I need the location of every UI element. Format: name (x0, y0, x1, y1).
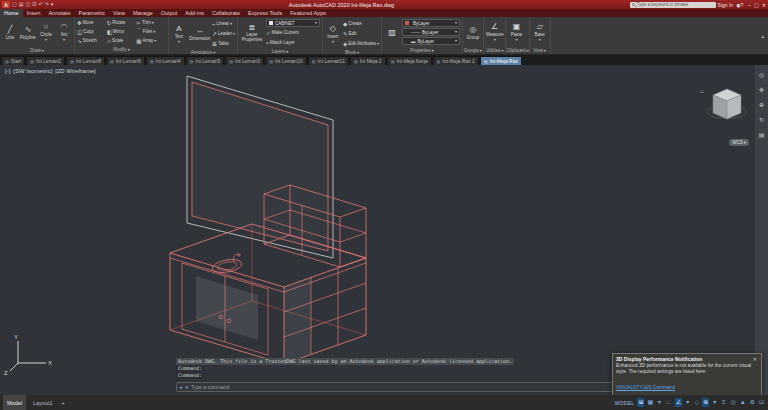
model-tab[interactable]: Model (3, 395, 26, 410)
layer-properties-button[interactable]: ≣ Layer Properties (240, 18, 264, 48)
match-layer-button[interactable]: ≈ Match Layer (266, 38, 320, 47)
viewcube[interactable] (707, 89, 747, 119)
ortho-icon[interactable]: ∟ (665, 398, 673, 407)
polar-tracking-icon[interactable]: ∠ (675, 398, 682, 407)
help-icon[interactable]: ? (741, 2, 744, 8)
file-tab[interactable]: ▤ Int-Meja Kerja (387, 56, 432, 65)
table-button[interactable]: ⊞ Table ▾ (212, 39, 235, 48)
paste-button[interactable]: ▣ Paste ▾ (508, 18, 524, 46)
wireframe-drawing[interactable]: ⌂ (0, 65, 754, 395)
text-button[interactable]: A Text ▾ (171, 18, 187, 49)
dimension-button[interactable]: ↔ Dimension ▾ (189, 18, 210, 49)
group-button[interactable]: ◎ Group ▾ (465, 18, 481, 46)
ribbon-tab[interactable]: Annotate (44, 9, 74, 17)
zoom-icon[interactable]: ⊕ (759, 101, 764, 108)
back-panel[interactable] (187, 76, 333, 258)
orbit-icon[interactable]: ↻ (759, 116, 764, 123)
save-icon[interactable]: ◫ (25, 0, 30, 9)
viewport-control[interactable]: [-] (5, 68, 10, 74)
ribbon-tab[interactable]: Featured Apps (286, 9, 330, 17)
visualstyles-link[interactable]: VISUALSTYLES Command (616, 385, 675, 390)
grid-icon[interactable]: ⊞ (637, 398, 644, 407)
create-block-button[interactable]: ◆ Create ▾ (343, 19, 379, 28)
move-button[interactable]: ✥ Move ▾ (77, 18, 107, 27)
osnap-icon[interactable]: ⊕ (702, 398, 709, 407)
panel-label[interactable]: View ▾ (530, 47, 550, 54)
file-tab[interactable]: ▤ Int Lemari9 (106, 56, 145, 65)
linetype-select[interactable]: —— ByLayer ▾ (402, 28, 460, 36)
ribbon-tab[interactable]: Add-ins (181, 9, 208, 17)
new-layout-button[interactable]: + (60, 400, 67, 406)
ribbon-tab[interactable]: Collaborate (208, 9, 244, 17)
rotate-button[interactable]: ↻ Rotate ▾ (107, 18, 137, 27)
viewport-control[interactable]: [SW Isometric] (13, 68, 52, 74)
annotation-scale-icon[interactable]: ▲ (739, 398, 747, 407)
ribbon-tab[interactable]: Output (157, 9, 182, 17)
circle-button[interactable]: ○ Circle ▾ (38, 18, 54, 46)
ribbon-collapse-button[interactable]: ▴ (757, 33, 768, 39)
leader-button[interactable]: ↗ Leader ▾ (212, 29, 235, 38)
edit-attributes-button[interactable]: ◈ Edit Attributes ▾ (343, 39, 379, 48)
array-button[interactable]: ▦ Array ▾ (136, 36, 166, 45)
draw-panel-label[interactable]: Draw ▾ (0, 47, 74, 54)
clean-screen-icon[interactable]: ⊡ (758, 398, 765, 407)
qat-menu-icon[interactable]: ▾ (51, 0, 54, 9)
object-color-select[interactable]: ByLayer ▾ (402, 19, 460, 27)
lineweight-select[interactable]: ▬ ByLayer ▾ (402, 37, 460, 45)
navigation-wheel-icon[interactable]: ◎ (759, 71, 764, 78)
new-file-icon[interactable]: ▢ (12, 0, 17, 9)
ribbon-tab[interactable]: Insert (23, 9, 45, 17)
file-tab[interactable]: ▤ Int-Meja Rax (480, 56, 522, 65)
plot-icon[interactable]: ⊡ (32, 0, 36, 9)
measure-button[interactable]: ∠ Measure ▾ (486, 18, 504, 46)
base-view-button[interactable]: ▱ Base ▾ (532, 18, 548, 46)
stretch-button[interactable]: ↘ Stretch ▾ (77, 36, 107, 45)
file-tab[interactable]: ▤ Int-Meja Rax 2 (433, 56, 479, 65)
layout1-tab[interactable]: Layout1 (29, 395, 57, 410)
minimize-button[interactable]: – (748, 2, 751, 8)
file-tab[interactable]: ▤ Int Meja 2 (350, 56, 386, 65)
properties-panel-label[interactable]: Properties ▾ (382, 47, 462, 54)
panel-label[interactable]: Clipboard ▾ (506, 47, 528, 54)
file-tab[interactable]: ▤ Int Lemari11 (308, 56, 349, 65)
chevron-down-icon[interactable]: ▾ (186, 384, 189, 390)
file-tab[interactable]: ▤ Int Lemari2 (26, 56, 65, 65)
layers-panel-label[interactable]: Layers ▾ (238, 49, 322, 54)
wcs-dropdown[interactable]: WCS ▾ (729, 139, 749, 146)
insert-button[interactable]: ◇ Insert ▾ (325, 18, 341, 49)
file-tab[interactable]: ▤ Int Lemari3 (225, 56, 264, 65)
viewcube-home-icon[interactable]: ⌂ (700, 88, 704, 94)
close-button[interactable]: ✕ (762, 2, 766, 8)
model-space-button[interactable]: MODEL (615, 400, 634, 406)
modify-panel-label[interactable]: Modify ▾ (75, 46, 168, 53)
workspace-gear-icon[interactable]: ⚙ (749, 398, 756, 407)
showmotion-icon[interactable]: ▤ (759, 131, 765, 138)
file-tab[interactable]: ▤ Int Lemari10 (265, 56, 307, 65)
make-current-button[interactable]: ✓ Make Current (266, 28, 320, 37)
ribbon-tab[interactable]: Manage (129, 9, 157, 17)
snap-menu-icon[interactable]: ▾ (656, 398, 663, 407)
search-input[interactable]: Type a keyword or phrase (630, 2, 716, 8)
ribbon-tab[interactable]: View (109, 9, 129, 17)
ribbon-tab[interactable]: Parametric (74, 9, 109, 17)
snap-icon[interactable]: ▦ (646, 398, 654, 407)
close-icon[interactable]: ✕ (752, 356, 758, 362)
edit-block-button[interactable]: ✎ Edit ▾ (343, 29, 379, 38)
drawing-canvas[interactable]: [-][SW Isometric][2D Wireframe] (0, 65, 768, 395)
open-file-icon[interactable]: ▤ (19, 0, 24, 9)
layer-select[interactable]: CABINET ▾ (266, 19, 320, 27)
osnap-menu-icon[interactable]: ▾ (711, 398, 718, 407)
file-tab[interactable]: ▤ Int Lemari8 (66, 56, 105, 65)
polyline-button[interactable]: ∿ Polyline ▾ (20, 18, 36, 46)
sign-in-button[interactable]: Sign In (718, 2, 734, 8)
fillet-button[interactable]: ⌒ Fillet ▾ (136, 27, 166, 36)
sink[interactable] (211, 254, 243, 275)
copy-button[interactable]: ◫ Copy ▾ (77, 27, 107, 36)
match-properties-button[interactable]: ▨ (384, 18, 400, 46)
lineweight-icon[interactable]: ≡ (720, 398, 727, 407)
maximize-button[interactable]: ▢ (754, 2, 759, 8)
line-button[interactable]: ╱ Line ▾ (2, 18, 18, 46)
redo-icon[interactable]: ↷ (45, 0, 49, 9)
trim-button[interactable]: ✂ Trim ▾ (136, 18, 166, 27)
viewport-control[interactable]: [2D Wireframe] (55, 68, 95, 74)
